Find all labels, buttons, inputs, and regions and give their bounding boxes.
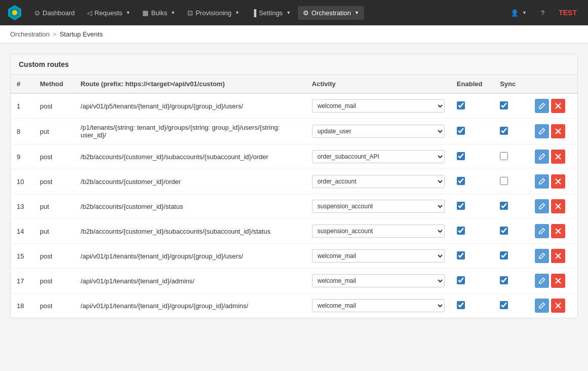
cell-activity[interactable]: welcome_mailupdate_userorder_subaccount_… <box>306 293 451 318</box>
cell-enabled[interactable] <box>451 144 494 169</box>
activity-select[interactable]: welcome_mailupdate_userorder_subaccount_… <box>312 125 445 138</box>
edit-button[interactable] <box>535 249 549 263</box>
sync-checkbox[interactable] <box>500 251 508 259</box>
cell-sync[interactable] <box>494 119 529 144</box>
delete-button[interactable] <box>551 150 565 164</box>
cell-activity[interactable]: welcome_mailupdate_userorder_subaccount_… <box>306 93 451 119</box>
delete-button[interactable] <box>551 224 565 238</box>
nav-user-menu[interactable]: 👤 ▼ <box>505 6 532 20</box>
activity-select[interactable]: welcome_mailupdate_userorder_subaccount_… <box>312 150 445 163</box>
delete-button[interactable] <box>551 299 565 313</box>
brand-logo[interactable] <box>6 4 23 21</box>
cell-sync[interactable] <box>494 269 529 293</box>
cell-sync[interactable] <box>494 169 529 194</box>
cell-enabled[interactable] <box>451 119 494 144</box>
activity-select[interactable]: welcome_mailupdate_userorder_subaccount_… <box>312 175 445 188</box>
activity-select[interactable]: welcome_mailupdate_userorder_subaccount_… <box>312 99 445 113</box>
enabled-checkbox[interactable] <box>457 152 465 160</box>
enabled-checkbox[interactable] <box>457 251 465 259</box>
bulks-icon: ▦ <box>142 9 148 17</box>
delete-button[interactable] <box>551 199 565 213</box>
activity-select[interactable]: welcome_mailupdate_userorder_subaccount_… <box>312 299 445 312</box>
nav-item-requests[interactable]: ◁ Requests ▼ <box>82 6 136 20</box>
sync-checkbox[interactable] <box>500 301 508 309</box>
nav-right: 👤 ▼ ? TEST <box>505 6 582 20</box>
cell-enabled[interactable] <box>451 169 494 194</box>
enabled-checkbox[interactable] <box>457 101 465 109</box>
cell-actions <box>529 119 577 144</box>
breadcrumb-current: Startup Events <box>60 30 103 38</box>
activity-select[interactable]: welcome_mailupdate_userorder_subaccount_… <box>312 225 445 238</box>
cell-num: 17 <box>11 269 34 293</box>
table-row: 9post/b2b/accounts/{customer_id}/subacco… <box>11 144 577 169</box>
edit-button[interactable] <box>535 199 549 213</box>
cell-sync[interactable] <box>494 244 529 269</box>
cell-sync[interactable] <box>494 144 529 169</box>
enabled-checkbox[interactable] <box>457 276 465 284</box>
nav-help[interactable]: ? <box>536 6 550 20</box>
cell-enabled[interactable] <box>451 293 494 318</box>
edit-button[interactable] <box>535 299 549 313</box>
cell-enabled[interactable] <box>451 93 494 119</box>
cell-sync[interactable] <box>494 194 529 219</box>
sync-checkbox[interactable] <box>500 152 508 160</box>
delete-button[interactable] <box>551 99 565 113</box>
edit-button[interactable] <box>535 124 549 138</box>
delete-button[interactable] <box>551 124 565 138</box>
activity-select[interactable]: welcome_mailupdate_userorder_subaccount_… <box>312 249 445 263</box>
enabled-checkbox[interactable] <box>457 177 465 185</box>
cell-activity[interactable]: welcome_mailupdate_userorder_subaccount_… <box>306 269 451 293</box>
cell-sync[interactable] <box>494 219 529 244</box>
nav-label-dashboard: Dashboard <box>43 9 75 17</box>
enabled-checkbox[interactable] <box>457 202 465 210</box>
edit-button[interactable] <box>535 274 549 288</box>
sync-checkbox[interactable] <box>500 202 508 210</box>
nav-item-dashboard[interactable]: ⊙ Dashboard <box>29 6 80 20</box>
cell-activity[interactable]: welcome_mailupdate_userorder_subaccount_… <box>306 144 451 169</box>
cell-sync[interactable] <box>494 293 529 318</box>
nav-item-provisioning[interactable]: ⊡ Provisioning ▼ <box>182 6 245 20</box>
nav-item-bulks[interactable]: ▦ Bulks ▼ <box>137 6 180 20</box>
cell-enabled[interactable] <box>451 269 494 293</box>
delete-button[interactable] <box>551 174 565 189</box>
sync-checkbox[interactable] <box>500 227 508 235</box>
enabled-checkbox[interactable] <box>457 127 465 135</box>
delete-button[interactable] <box>551 249 565 263</box>
cell-route: /api/v01/p1/tenants/{tenant_id}/groups/{… <box>74 293 306 318</box>
activity-select[interactable]: welcome_mailupdate_userorder_subaccount_… <box>312 200 445 213</box>
cell-sync[interactable] <box>494 93 529 119</box>
cell-method: put <box>34 119 74 144</box>
sync-checkbox[interactable] <box>500 177 508 185</box>
cell-enabled[interactable] <box>451 219 494 244</box>
cell-num: 8 <box>11 119 34 144</box>
cell-num: 18 <box>11 293 34 318</box>
edit-button[interactable] <box>535 224 549 238</box>
enabled-checkbox[interactable] <box>457 301 465 309</box>
activity-select[interactable]: welcome_mailupdate_userorder_subaccount_… <box>312 274 445 287</box>
col-header-num: # <box>11 75 34 93</box>
edit-button[interactable] <box>535 99 549 113</box>
delete-button[interactable] <box>551 274 565 288</box>
cell-activity[interactable]: welcome_mailupdate_userorder_subaccount_… <box>306 119 451 144</box>
edit-button[interactable] <box>535 174 549 189</box>
sync-checkbox[interactable] <box>500 127 508 135</box>
breadcrumb-parent[interactable]: Orchestration <box>10 30 50 38</box>
enabled-checkbox[interactable] <box>457 227 465 235</box>
cell-enabled[interactable] <box>451 244 494 269</box>
cell-activity[interactable]: welcome_mailupdate_userorder_subaccount_… <box>306 194 451 219</box>
cell-actions <box>529 144 577 169</box>
cell-activity[interactable]: welcome_mailupdate_userorder_subaccount_… <box>306 169 451 194</box>
cell-activity[interactable]: welcome_mailupdate_userorder_subaccount_… <box>306 244 451 269</box>
nav-item-orchestration[interactable]: ⚙ Orchestration ▼ <box>298 6 364 20</box>
sync-checkbox[interactable] <box>500 276 508 284</box>
cell-activity[interactable]: welcome_mailupdate_userorder_subaccount_… <box>306 219 451 244</box>
nav-label-orchestration: Orchestration <box>311 9 351 17</box>
edit-button[interactable] <box>535 150 549 164</box>
card-header: Custom routes <box>11 54 577 75</box>
sync-checkbox[interactable] <box>500 101 508 109</box>
cell-route: /b2b/accounts/{customer_id}/subaccounts/… <box>74 219 306 244</box>
cell-enabled[interactable] <box>451 194 494 219</box>
dashboard-icon: ⊙ <box>34 9 40 17</box>
nav-item-settings[interactable]: ▐ Settings ▼ <box>247 6 296 20</box>
table-row: 14put/b2b/accounts/{customer_id}/subacco… <box>11 219 577 244</box>
